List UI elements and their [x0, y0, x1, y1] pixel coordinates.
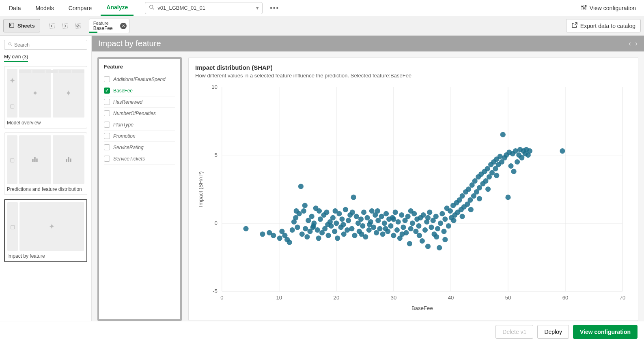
svg-point-60	[295, 224, 300, 230]
svg-point-64	[301, 208, 306, 214]
chevron-right-icon[interactable]: ›	[635, 39, 638, 48]
svg-point-234	[485, 186, 491, 192]
svg-text:BaseFee: BaseFee	[411, 305, 433, 311]
deploy-button[interactable]: Deploy	[537, 325, 569, 339]
svg-point-115	[380, 231, 386, 237]
svg-point-67	[306, 218, 311, 223]
svg-line-15	[11, 45, 12, 46]
svg-point-52	[277, 235, 282, 241]
svg-point-80	[326, 233, 331, 238]
svg-point-235	[494, 173, 499, 178]
card-icon: ▢	[10, 157, 15, 163]
feature-item-basefee[interactable]: BaseFee	[104, 85, 175, 96]
more-menu-button[interactable]: •••	[270, 4, 279, 12]
svg-point-140	[420, 238, 425, 244]
tab-models[interactable]: Models	[30, 1, 60, 15]
svg-point-153	[439, 211, 445, 216]
svg-text:10: 10	[211, 84, 218, 90]
svg-point-111	[374, 230, 379, 235]
svg-point-177	[477, 185, 482, 190]
svg-point-227	[425, 215, 431, 220]
sidebar-myown-tab[interactable]: My own (3)	[4, 54, 28, 62]
svg-point-97	[352, 233, 357, 238]
svg-point-151	[437, 245, 442, 250]
svg-point-83	[330, 215, 336, 220]
sheet-card-predictions[interactable]: ▢ Predictions and feature distribution	[4, 133, 87, 195]
selection-back-icon[interactable]	[48, 22, 56, 30]
svg-point-154	[441, 229, 446, 234]
svg-point-170	[466, 186, 471, 192]
svg-point-216	[332, 208, 338, 214]
feature-item-plantype[interactable]: PlanType	[104, 119, 175, 130]
feature-item-servicerating[interactable]: ServiceRating	[104, 142, 175, 153]
svg-point-174	[472, 178, 478, 184]
svg-point-3	[582, 6, 583, 7]
svg-text:5: 5	[215, 152, 218, 158]
sheets-button[interactable]: Sheets	[3, 19, 40, 32]
svg-point-141	[421, 212, 426, 218]
svg-point-142	[422, 227, 428, 233]
svg-point-114	[379, 214, 384, 219]
chevron-left-icon[interactable]: ‹	[629, 39, 631, 48]
svg-point-79	[324, 209, 329, 215]
feature-item-servicetickets[interactable]: ServiceTickets	[104, 153, 175, 165]
svg-text:60: 60	[562, 295, 569, 301]
model-selector-input[interactable]	[157, 5, 254, 11]
svg-point-93	[346, 218, 351, 223]
svg-point-166	[460, 193, 465, 199]
svg-point-5	[584, 8, 585, 9]
close-icon[interactable]: ✕	[120, 23, 127, 29]
svg-point-229	[442, 237, 448, 242]
selection-clear-icon[interactable]	[74, 22, 82, 30]
svg-rect-19	[66, 159, 67, 162]
selection-chip-feature[interactable]: Feature BaseFee ✕	[89, 19, 129, 33]
svg-point-204	[519, 155, 524, 160]
svg-point-86	[335, 235, 340, 241]
sheets-icon	[9, 22, 15, 30]
svg-point-144	[425, 244, 431, 249]
svg-point-224	[399, 231, 405, 237]
selection-chip-stripe	[89, 32, 97, 33]
feature-item-hasrenewed[interactable]: HasRenewed	[104, 96, 175, 108]
svg-point-105	[364, 215, 370, 220]
view-configuration-top-button[interactable]: View configuration	[576, 2, 641, 14]
sheet-card-impact-by-feature[interactable]: ▢ ✦ Impact by feature	[4, 199, 87, 262]
selection-tools	[48, 22, 82, 30]
svg-point-59	[293, 215, 298, 220]
content-area: Impact by feature ‹ › Feature Additional…	[92, 36, 644, 321]
sidebar-search-input[interactable]	[14, 42, 84, 48]
model-selector[interactable]: ▾	[145, 2, 263, 14]
feature-item-promotion[interactable]: Promotion	[104, 130, 175, 142]
selection-forward-icon[interactable]	[61, 22, 69, 30]
svg-text:Impact (SHAP): Impact (SHAP)	[198, 171, 204, 207]
svg-point-223	[391, 216, 396, 222]
tab-analyze[interactable]: Analyze	[101, 0, 134, 16]
svg-point-116	[382, 220, 387, 226]
svg-point-62	[298, 184, 304, 189]
svg-point-185	[489, 170, 495, 175]
svg-point-89	[339, 216, 345, 222]
export-data-button[interactable]: Export data to catalog	[566, 19, 641, 32]
svg-point-98	[354, 214, 359, 219]
svg-point-222	[383, 226, 388, 231]
feature-item-additionalfeaturespend[interactable]: AdditionalFeatureSpend	[104, 74, 175, 85]
sheet-card-model-overview[interactable]: ✦ ▢ ✦ ✦ Model overview	[4, 66, 87, 128]
sidebar-search[interactable]	[4, 40, 87, 50]
main-area: My own (3) ✦ ▢ ✦ ✦ Model overview ▢	[0, 36, 644, 321]
tab-data[interactable]: Data	[3, 1, 27, 15]
svg-point-14	[9, 43, 11, 45]
view-configuration-top-label: View configuration	[590, 5, 636, 11]
view-configuration-button[interactable]: View configuration	[573, 325, 638, 339]
svg-point-226	[417, 233, 422, 238]
svg-point-102	[360, 223, 365, 229]
chart-plot-area[interactable]: 010203040506070-50510BaseFeeImpact (SHAP…	[195, 82, 631, 314]
svg-point-190	[498, 154, 503, 159]
tab-compare[interactable]: Compare	[63, 1, 98, 15]
svg-point-103	[361, 209, 366, 215]
checkbox-icon	[104, 122, 110, 128]
svg-text:30: 30	[391, 295, 397, 301]
feature-item-numberofpenalties[interactable]: NumberOfPenalties	[104, 108, 175, 119]
puzzle-icon: ✦	[49, 222, 55, 231]
svg-point-125	[396, 219, 401, 224]
svg-point-225	[408, 208, 414, 214]
